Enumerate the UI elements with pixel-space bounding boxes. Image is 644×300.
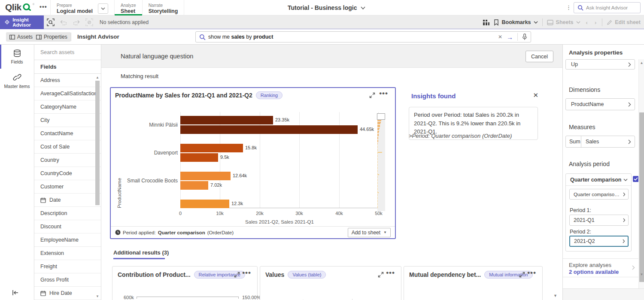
insight-advisor-label: Insight Advisor bbox=[12, 17, 44, 27]
insight-advisor-button[interactable]: Insight Advisor bbox=[0, 15, 44, 29]
field-list-item[interactable]: AverageCallSatisfaction bbox=[34, 87, 101, 100]
bar-sales-2021-q2[interactable] bbox=[180, 172, 231, 180]
overflow-menu-icon[interactable]: ⋮ bbox=[566, 4, 571, 11]
microphone-icon[interactable] bbox=[522, 33, 527, 40]
assets-toggle-button[interactable]: Assets bbox=[6, 32, 36, 42]
period-type-dropdown[interactable]: Quarter comparison bbox=[566, 174, 631, 186]
field-list-item[interactable]: Cost of Sale bbox=[34, 140, 101, 154]
expand-icon[interactable] bbox=[234, 272, 240, 278]
chevron-right-icon bbox=[632, 265, 635, 270]
rail-item-fields[interactable]: Fields bbox=[0, 45, 34, 69]
expand-icon[interactable] bbox=[378, 272, 384, 278]
bar-sales-2021-q1[interactable] bbox=[180, 181, 208, 190]
additional-result-card-contribution[interactable]: Contribution of Product... Relative impo… bbox=[112, 266, 258, 300]
sort-up-button[interactable]: Up bbox=[565, 59, 635, 70]
expand-icon[interactable] bbox=[369, 92, 375, 98]
tab-analyze[interactable]: Analyze Sheet bbox=[114, 0, 142, 15]
field-list-item[interactable]: ContactName bbox=[34, 127, 101, 140]
next-sheet-button[interactable]: › bbox=[593, 19, 598, 26]
submit-query-icon[interactable]: → bbox=[507, 33, 513, 41]
field-list-item[interactable]: Date bbox=[34, 194, 101, 207]
field-list-item[interactable]: Extension bbox=[34, 247, 101, 260]
scrollbar-thumb[interactable] bbox=[639, 112, 644, 282]
explore-options-link[interactable]: 2 options available bbox=[569, 269, 619, 275]
scroll-up-icon[interactable]: ▲ bbox=[639, 61, 644, 65]
card-menu-icon[interactable]: ••• bbox=[242, 269, 251, 277]
period1-button[interactable]: 2021-Q1 bbox=[569, 215, 629, 226]
prepare-dropdown-button[interactable] bbox=[98, 3, 108, 14]
selections-tool-button[interactable] bbox=[45, 15, 57, 29]
bar-sales-2021-q2[interactable] bbox=[180, 116, 273, 124]
close-icon[interactable]: ✕ bbox=[533, 91, 538, 99]
redo-button[interactable] bbox=[70, 15, 82, 29]
card-menu-icon[interactable]: ••• bbox=[527, 269, 536, 277]
field-list-item[interactable]: Hire Date bbox=[34, 287, 101, 300]
qlik-logo[interactable]: Qlik ® bbox=[5, 2, 34, 12]
fields-section-header[interactable]: Fields bbox=[34, 60, 101, 74]
field-list-item[interactable]: CategoryName bbox=[34, 100, 101, 114]
field-list-item[interactable]: Address bbox=[34, 74, 101, 87]
expand-icon[interactable] bbox=[519, 272, 525, 278]
period-enabled-checkbox[interactable] bbox=[633, 176, 639, 182]
bar-sales-2021-q2[interactable] bbox=[180, 200, 229, 208]
scroll-up-icon[interactable]: ▲ bbox=[95, 76, 100, 79]
app-title-menu[interactable]: Tutorial - Business logic bbox=[288, 0, 365, 15]
add-to-sheet-button[interactable]: Add to sheet ▼ bbox=[348, 228, 391, 237]
clear-selections-button[interactable] bbox=[83, 15, 95, 29]
chevron-right-icon bbox=[623, 218, 626, 222]
period-detail-button[interactable]: Quarter comparison (OrderD... bbox=[569, 189, 629, 200]
clear-query-icon[interactable]: ✕ bbox=[498, 34, 502, 40]
field-list-item[interactable]: Gross Profit bbox=[34, 273, 101, 287]
card-menu-icon[interactable]: ••• bbox=[386, 269, 395, 277]
dimension-productname-button[interactable]: ProductName bbox=[565, 98, 635, 110]
properties-scrollbar[interactable]: ▲ ▼ bbox=[638, 59, 644, 290]
properties-toggle-button[interactable]: Properties bbox=[33, 32, 71, 42]
period2-button[interactable]: 2021-Q2 bbox=[569, 236, 629, 247]
tab-additional-results[interactable]: Additional results (3) bbox=[113, 249, 169, 256]
bar-sales-2021-q1[interactable] bbox=[180, 125, 358, 134]
scrollbar-thumb[interactable] bbox=[95, 81, 100, 205]
undo-button[interactable] bbox=[58, 15, 70, 29]
field-list-item[interactable]: Discount bbox=[34, 220, 101, 233]
explore-analyses-row[interactable]: Explore analyses 2 options available bbox=[563, 258, 638, 277]
natural-language-question-header: Natural language question Cancel bbox=[101, 45, 562, 68]
measure-sales-button[interactable]: Sum Sales bbox=[565, 136, 635, 148]
sheets-menu[interactable]: Sheets bbox=[547, 19, 580, 25]
qlik-logo-text: Qlik bbox=[5, 2, 21, 12]
ask-insight-advisor-search[interactable]: Ask Insight Advisor bbox=[574, 2, 641, 13]
edit-sheet-button[interactable]: Edit sheet bbox=[607, 19, 641, 25]
bookmarks-menu[interactable]: Bookmarks bbox=[494, 19, 538, 26]
tab-prepare[interactable]: Prepare Logical model bbox=[50, 0, 114, 15]
scroll-down-icon[interactable]: ▼ bbox=[553, 294, 557, 298]
natural-language-query-input[interactable]: show me sales by product ✕ → bbox=[195, 31, 531, 42]
minimap-viewport[interactable] bbox=[377, 113, 385, 120]
collapse-panel-button[interactable] bbox=[12, 290, 19, 296]
rail-item-master-items[interactable]: Master items bbox=[0, 69, 34, 93]
chart-menu-icon[interactable]: ••• bbox=[379, 89, 388, 98]
tab-narrate[interactable]: Narrate Storytelling bbox=[142, 0, 185, 15]
field-list-item[interactable]: EmployeeName bbox=[34, 233, 101, 247]
app-overview-grid-icon[interactable] bbox=[483, 19, 489, 26]
field-list-item[interactable]: CountryCode bbox=[34, 167, 101, 180]
measure-aggregation[interactable]: Sum bbox=[566, 136, 581, 147]
field-list-item[interactable]: Freight bbox=[34, 260, 101, 273]
scroll-down-icon[interactable]: ▼ bbox=[639, 273, 644, 276]
minimap-bar bbox=[377, 207, 378, 208]
bar-sales-2021-q1[interactable] bbox=[180, 153, 218, 162]
field-list-item[interactable]: Customer bbox=[34, 180, 101, 194]
search-assets-input[interactable]: Search assets bbox=[34, 45, 101, 60]
minimap-bar bbox=[377, 131, 379, 132]
field-list-item[interactable]: City bbox=[34, 114, 101, 127]
minimap-bar bbox=[377, 120, 381, 121]
scroll-down-icon[interactable]: ▼ bbox=[95, 294, 100, 298]
bar-sales-2021-q2[interactable] bbox=[180, 144, 243, 152]
previous-sheet-button[interactable]: ‹ bbox=[585, 19, 589, 26]
additional-result-card-mutual-dependency[interactable]: Mutual dependency bet... Mutual informat… bbox=[404, 266, 543, 300]
more-menu-icon[interactable]: ••• bbox=[39, 3, 47, 10]
cancel-button[interactable]: Cancel bbox=[526, 51, 553, 62]
field-list-item[interactable]: Description bbox=[34, 207, 101, 220]
field-list-scrollbar[interactable]: ▲ ▼ bbox=[95, 74, 100, 300]
additional-result-card-values[interactable]: Values Values (table) ••• ProductName bbox=[260, 266, 401, 300]
field-list-item[interactable]: Country bbox=[34, 154, 101, 167]
chart-minimap-scrollbar[interactable] bbox=[377, 113, 385, 211]
